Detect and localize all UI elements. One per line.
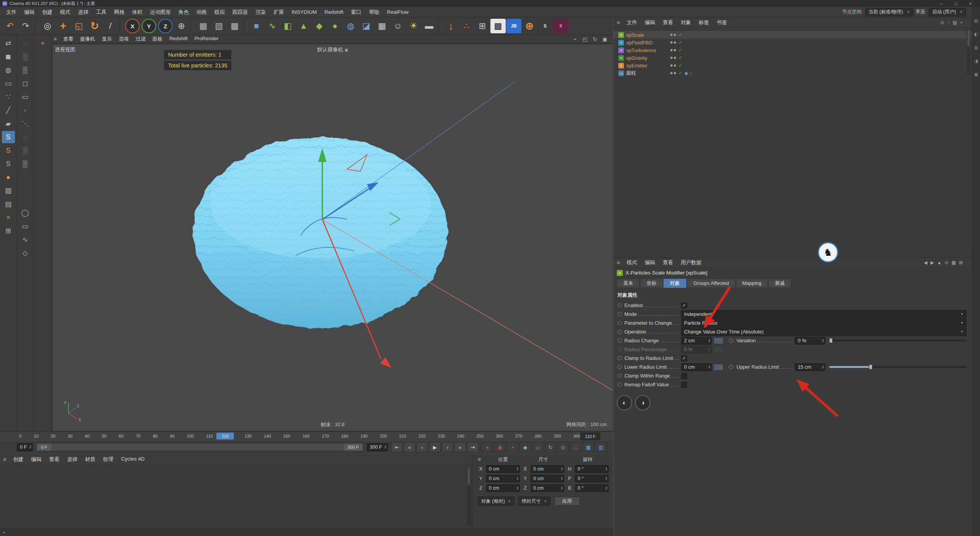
undo-icon[interactable]: ↶ [2,19,18,33]
size-field[interactable]: 0 cm▲▼ [531,484,564,492]
record-position-toggle[interactable]: ◆ [519,442,531,452]
selection-preset-icon-8[interactable]: ◌ [19,131,32,143]
hamburger-icon[interactable]: ≡ [478,456,481,463]
material-menu-item[interactable]: Cycles 4D [117,456,149,463]
keyframe-circle-icon[interactable] [617,365,622,369]
parameter-dropdown[interactable]: Particle Radius▼ [681,319,967,327]
snap-mode-icon[interactable]: S [2,131,15,143]
menu-item[interactable]: INSYDIUM [288,9,321,15]
spline-pen-button[interactable]: ∿ [265,19,280,33]
radius-change-input[interactable]: 2 cm▲▼ [681,337,712,345]
menu-item[interactable]: 动画 [193,9,211,15]
rotation-field[interactable]: 0 °▲▼ [575,475,609,482]
radius-change-mini-slider[interactable] [714,337,724,344]
attribute-tab[interactable]: 坐标 [640,279,663,288]
viewport-menu-item[interactable]: 摄像机 [77,36,98,42]
jb-plugin-button[interactable]: JB [506,19,521,33]
selection-preset-icon-5[interactable]: ▭ [19,91,32,103]
menu-item[interactable]: 跟踪器 [229,9,252,15]
viewport-menu-item[interactable]: 显示 [98,36,115,42]
object-name[interactable]: xpGravity [626,55,647,61]
clamp-limit-checkbox[interactable]: ✓ [681,355,687,361]
toolbar-separator[interactable] [35,20,38,33]
xp-logo-button-2[interactable]: ◑ [635,395,650,410]
node-space-select[interactable]: 当前 (标准/物理) ▼ [865,8,913,16]
material-scrollbar[interactable] [467,466,471,526]
timeline-range-slider[interactable]: 0 F 300 F [36,443,364,451]
rotation-field[interactable]: 0 °▲▼ [575,484,609,492]
visibility-dots[interactable] [670,57,676,59]
material-menu-item[interactable]: 选择 [63,456,81,463]
menu-item[interactable]: 体积 [128,9,146,15]
paint-icon[interactable]: ● [2,171,15,183]
close-button[interactable]: × [963,1,978,6]
menu-item[interactable]: 编辑 [20,9,38,15]
attribute-tab[interactable]: Mapping [736,279,768,288]
menu-item[interactable]: 工具 [92,9,110,15]
object-name[interactable]: xpTurbulence [626,47,656,53]
sketch-button[interactable]: S [537,19,553,33]
material-menu-item[interactable]: 创建 [9,456,27,463]
keyframe-circle-icon[interactable] [617,338,622,343]
size-mode-select[interactable]: 绝对尺寸▼ [518,497,550,506]
menu-item[interactable]: 窗口 [347,9,365,15]
camera-label[interactable]: 默认摄像机▣ [52,46,613,53]
selection-preset-icon-1[interactable]: ◌ [19,37,32,49]
keyframe-circle-icon[interactable] [617,356,622,360]
viewport-menu-item[interactable]: 查看 [60,36,77,42]
workplane-mode-icon[interactable]: ▭ [2,77,15,90]
y-axis-lock-button[interactable]: Y [142,19,156,33]
am-copy-icon[interactable]: ▦ [952,260,956,265]
am-search-icon[interactable]: ⊙ [945,260,949,265]
object-manager-menu-item[interactable]: 书签 [713,19,731,26]
redo-icon[interactable]: ↷ [18,19,33,33]
range-start-grip[interactable]: 0 F [37,444,51,451]
play-button[interactable]: ▶ [429,442,441,452]
am-back-icon[interactable]: ◀ [924,260,927,265]
keyframe-circle-icon[interactable] [729,365,733,369]
menu-item[interactable]: RealFlow [383,9,412,15]
selection-preset-icon-9[interactable]: ░ [19,144,32,157]
prev-frame-button[interactable]: ‹ [416,442,428,452]
visibility-dots[interactable] [670,72,676,74]
om-folder-icon[interactable]: ▤ [953,20,957,25]
attribute-menu-item[interactable]: 模式 [623,259,641,266]
remap-falloff-checkbox[interactable] [681,382,687,388]
minimize-button[interactable]: – [934,1,949,6]
keyframe-circle-icon[interactable] [729,338,733,343]
layout-tab-icon-4[interactable]: ◨ [974,59,978,64]
menu-item[interactable]: 扩展 [270,9,288,15]
object-tag-icon[interactable]: ∴ [690,71,693,76]
menu-item[interactable]: 帮助 [365,9,383,15]
record-button[interactable]: ● [482,442,493,452]
scale-tool-icon[interactable]: ◱ [71,19,87,33]
points-mode-icon[interactable]: ∵ [2,91,15,103]
hamburger-icon[interactable]: ≡ [3,456,6,462]
field-button[interactable]: ◍ [343,19,358,33]
object-name[interactable]: xpScale [626,32,644,38]
layout-tab-icon-1[interactable]: ▤ [974,18,978,23]
toggle-view-icon[interactable]: ▣ [601,36,609,42]
gravity-button[interactable]: ↓ [443,19,459,33]
mograph-button[interactable]: ◆ [312,19,327,33]
add-cube-button[interactable]: ■ [249,19,264,33]
goto-start-button[interactable]: ⇤ [391,442,403,452]
position-field[interactable]: 0 cm▲▼ [486,465,520,473]
object-row[interactable]: × xpEmitter ✓ [614,62,972,69]
render-view-button[interactable]: ▦ [196,19,211,33]
qr-render-button[interactable]: ▩ [490,19,506,33]
object-manager-menu-item[interactable]: 编辑 [641,19,659,26]
live-selection-icon[interactable]: ◎ [40,19,55,33]
layout-tab-icon-5[interactable]: ▦ [974,72,978,77]
hamburger-icon[interactable]: ≡ [617,20,620,26]
timeline-ruler[interactable]: 0102030405060708090100110120130140150160… [0,431,613,440]
coordinate-mode-select[interactable]: 对象 (相对)▼ [478,497,514,506]
position-field[interactable]: 0 cm▲▼ [486,484,520,492]
visibility-dots[interactable] [670,64,676,67]
prev-key-button[interactable]: « [404,442,415,452]
render-settings-button[interactable]: ▩ [227,19,242,33]
lasso-select-icon[interactable]: ∿ [19,234,32,246]
attribute-tab[interactable]: 基本 [617,279,640,288]
record-scale-toggle[interactable]: ◇ [532,442,544,452]
enabled-checkbox[interactable]: ✓ [681,302,687,309]
